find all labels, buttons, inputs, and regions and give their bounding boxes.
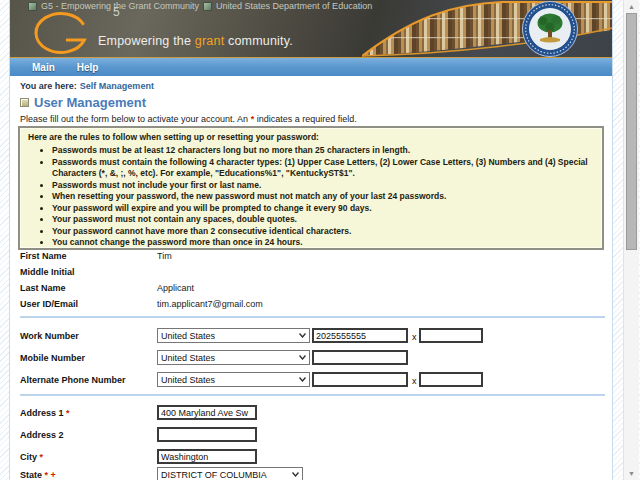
banner-tagline: Empowering the grant community.	[98, 34, 293, 48]
work-ext-separator: x	[412, 332, 417, 342]
vertical-scrollbar[interactable]: ▲ ▼	[623, 0, 639, 480]
password-rule: Passwords must be at least 12 characters…	[52, 145, 594, 157]
bookshelf-swoosh	[362, 0, 612, 57]
chevron-down-icon	[299, 333, 306, 338]
alternate-extension-input[interactable]	[419, 372, 483, 387]
password-rule: When resetting your password, the new pa…	[52, 191, 594, 203]
alternate-number-input[interactable]	[312, 372, 408, 387]
password-rules-list: Passwords must be at least 12 characters…	[28, 145, 594, 249]
address1-label: Address 1 *	[20, 408, 70, 418]
doe-seal-icon	[523, 2, 578, 57]
password-rules-title: Here are the rules to follow when settin…	[28, 132, 594, 142]
first-name-value: Tim	[157, 251, 172, 261]
scrollbar-up-icon[interactable]: ▲	[624, 3, 639, 10]
tab-title-g5: G5 - Empowering the Grant Community	[41, 1, 199, 11]
password-rule: You cannot change the password more than…	[52, 237, 594, 249]
last-name-label: Last Name	[20, 283, 66, 293]
main-nav: Main Help	[10, 58, 612, 76]
page-icon	[203, 2, 212, 11]
password-rules-box: Here are the rules to follow when settin…	[18, 126, 604, 250]
page-content: 5 Empowering the grant community. G5 - E…	[9, 0, 613, 480]
address2-input[interactable]	[157, 427, 257, 442]
work-number-input[interactable]	[312, 328, 408, 343]
page-title-row: User Management	[20, 95, 146, 110]
user-id-email-label: User ID/Email	[20, 299, 78, 309]
chevron-down-icon	[299, 355, 306, 360]
address2-label: Address 2	[20, 430, 64, 440]
g5-logo-icon	[33, 9, 95, 56]
state-label: State * +	[20, 470, 56, 480]
intro-text: Please fill out the form below to activa…	[20, 114, 357, 124]
alternate-phone-label: Alternate Phone Number	[20, 375, 126, 385]
scrollbar-down-icon[interactable]: ▼	[624, 470, 639, 477]
password-rule: Passwords must contain the following 4 c…	[52, 157, 594, 180]
chevron-down-icon	[299, 377, 306, 382]
scrollbar-thumb[interactable]	[626, 13, 637, 250]
tab-title-doe: United States Department of Education	[216, 1, 372, 11]
password-rule: Passwords must not include your first or…	[52, 180, 594, 192]
city-label: City *	[20, 452, 43, 462]
user-management-icon	[20, 98, 29, 107]
mobile-number-input[interactable]	[312, 350, 408, 365]
address1-input[interactable]	[157, 405, 257, 420]
breadcrumb-prefix: You are here:	[20, 81, 77, 91]
window-titles: G5 - Empowering the Grant Community Unit…	[28, 1, 372, 11]
nav-item-main[interactable]: Main	[32, 62, 55, 73]
chevron-down-icon	[292, 472, 299, 477]
banner: 5 Empowering the grant community. G5 - E…	[10, 0, 612, 58]
alternate-ext-separator: x	[412, 376, 417, 386]
nav-item-help[interactable]: Help	[77, 62, 99, 73]
work-extension-input[interactable]	[419, 328, 483, 343]
page-title: User Management	[34, 95, 146, 110]
work-number-label: Work Number	[20, 331, 79, 341]
city-input[interactable]	[157, 449, 257, 464]
alternate-country-select[interactable]: United States	[157, 372, 310, 387]
password-rule: Your password cannot have more than 2 co…	[52, 226, 594, 238]
page-icon	[28, 2, 37, 11]
password-rule: Your password will expire and you will b…	[52, 203, 594, 215]
user-id-email-value: tim.applicant7@gmail.com	[157, 299, 263, 309]
mobile-country-select[interactable]: United States	[157, 350, 310, 365]
breadcrumb: You are here:Self Management	[20, 81, 154, 91]
breadcrumb-link-self-management[interactable]: Self Management	[80, 81, 154, 91]
last-name-value: Applicant	[157, 283, 194, 293]
mobile-number-label: Mobile Number	[20, 353, 85, 363]
state-select[interactable]: DISTRICT OF COLUMBIA	[157, 467, 303, 480]
section-divider	[20, 394, 605, 396]
work-country-select[interactable]: United States	[157, 328, 310, 343]
first-name-label: First Name	[20, 251, 67, 261]
password-rule: Your password must not contain any space…	[52, 214, 594, 226]
middle-initial-label: Middle Initial	[20, 267, 75, 277]
section-divider	[20, 316, 605, 318]
